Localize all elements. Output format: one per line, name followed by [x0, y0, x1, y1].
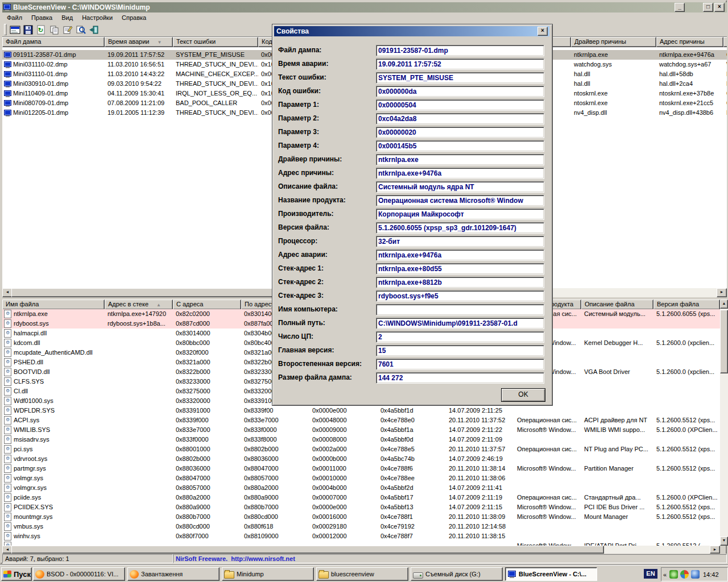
title-bar[interactable]: BlueScreenView - C:\WINDOWS\Minidump _ □…	[2, 2, 727, 13]
properties-icon[interactable]	[61, 23, 74, 36]
field-value-box[interactable]: Корпорация Майкрософт	[376, 209, 544, 220]
messenger-icon[interactable]	[691, 570, 700, 579]
scroll-up-icon[interactable]: ▲	[720, 300, 728, 309]
field-value-box[interactable]: 7601	[376, 359, 544, 370]
dialog-close-icon[interactable]: ×	[537, 27, 548, 36]
driver-row[interactable]: ⚙Microsoft® Window...IDE/ATAPI Port Dri.…	[2, 541, 720, 546]
driver-row[interactable]: ⚙volmgr.sys0x880470000x880570000x0001000…	[2, 473, 720, 483]
field-value-box[interactable]: C:\WINDOWS\Minidump\091911-23587-01.d	[376, 318, 544, 329]
driver-row[interactable]: ⚙pci.sys0x880010000x8802b0000x0002a0000x…	[2, 444, 720, 454]
driver-cell-version	[653, 406, 720, 415]
driver-row[interactable]: ⚙ACPI.sys0x8339f0000x833e70000x000480000…	[2, 415, 720, 425]
field-value-box[interactable]: 144 272	[376, 372, 544, 384]
field-value-box[interactable]: 0x00000020	[376, 127, 544, 138]
driver-cell-stack	[105, 512, 173, 522]
driver-col-header-version[interactable]: Версия файла	[653, 300, 720, 310]
field-value-box[interactable]: 2	[376, 331, 544, 343]
driver-cell-stack	[105, 386, 173, 396]
field-value-box[interactable]: 32-бит	[376, 236, 544, 247]
taskbar-task-2[interactable]: Minidump	[222, 567, 314, 581]
crash-cell-time: 07.08.2009 11:21:09	[105, 98, 173, 108]
language-indicator[interactable]: EN	[644, 569, 657, 579]
crash-col-header-error[interactable]: Текст ошибки	[173, 37, 258, 47]
menu-item-3[interactable]: Настройки	[77, 13, 117, 22]
crash-col-header-file[interactable]: Файл дампа	[2, 37, 105, 47]
field-value-box[interactable]: ntkrnlpa.exe+8812b	[376, 277, 544, 288]
save-icon[interactable]	[22, 23, 35, 36]
driver-vscrollbar[interactable]: ▲ ▼	[720, 300, 728, 546]
clover-icon[interactable]	[669, 570, 678, 579]
field-value-box[interactable]: Операционная система Microsoft® Window	[376, 195, 544, 206]
driver-row[interactable]: ⚙vmbus.sys0x880cd0000x880f6180x000291800…	[2, 522, 720, 531]
field-value-box[interactable]: 19.09.2011 17:57:52	[376, 59, 544, 70]
chevron-left-icon[interactable]: «	[661, 571, 668, 578]
driver-row[interactable]: ⚙WDFLDR.SYS0x833910000x8339f000x0000e000…	[2, 406, 720, 415]
field-value-box[interactable]: 0xc04a2da8	[376, 113, 544, 124]
field-value-box[interactable]: ntkrnlpa.exe+80d55	[376, 263, 544, 275]
scroll-right-icon[interactable]: ►	[717, 288, 727, 297]
driver-vscroll-thumb[interactable]	[720, 310, 728, 373]
driver-col-header-stack[interactable]: Адрес в стеке▲	[105, 300, 173, 310]
exit-icon[interactable]	[87, 23, 100, 36]
scroll-down-icon[interactable]: ▼	[720, 537, 728, 546]
start-button[interactable]: Пуск	[1, 567, 32, 581]
field-value-box[interactable]: rdyboost.sys+f9e5	[376, 290, 544, 302]
find-icon[interactable]	[74, 23, 87, 36]
refresh-icon[interactable]: ↻	[35, 23, 48, 36]
driver-file-icon: ⚙	[4, 474, 11, 483]
minimize-button[interactable]: _	[675, 3, 685, 12]
field-value-box[interactable]: ntkrnlpa.exe+9476a	[376, 250, 544, 261]
field-value-box[interactable]: 15	[376, 345, 544, 356]
copy-icon[interactable]	[48, 23, 61, 36]
field-value-box[interactable]: Системный модуль ядра NT	[376, 181, 544, 193]
driver-cell-from: 0x833f0000	[173, 435, 241, 444]
driver-row[interactable]: ⚙mountmgr.sys0x880b70000x880cd0000x00016…	[2, 512, 720, 522]
field-value-box[interactable]: 091911-23587-01.dmp	[376, 45, 544, 56]
driver-col-header-from[interactable]: С адреса	[173, 300, 241, 310]
taskbar-task-5[interactable]: BlueScreenView - C:\...	[505, 567, 597, 581]
nirsoft-link[interactable]: NirSoft Freeware. http://www.nirsoft.net	[173, 554, 727, 563]
pinwheel-icon[interactable]	[680, 570, 689, 579]
menu-item-4[interactable]: Справка	[117, 13, 151, 22]
crash-col-header-time[interactable]: Время аварии▼	[105, 37, 173, 47]
driver-row[interactable]: ⚙partmgr.sys0x880360000x880470000x000110…	[2, 464, 720, 473]
driver-cell-to	[241, 541, 309, 546]
driver-row[interactable]: ⚙vdrvroot.sys0x8802b0000x880360000x0000b…	[2, 454, 720, 464]
driver-row[interactable]: ⚙PCIIDEX.SYS0x880a90000x880b70000x0000e0…	[2, 502, 720, 512]
field-value-box[interactable]: ntkrnlpa.exe+9476a	[376, 168, 544, 179]
driver-hscroll-thumb[interactable]	[11, 546, 604, 554]
ok-button[interactable]: OK	[501, 388, 545, 402]
driver-col-header-desc[interactable]: Описание файла	[581, 300, 653, 310]
driver-row[interactable]: ⚙pciide.sys0x880a20000x880a90000x0000700…	[2, 493, 720, 502]
crash-col-header-desc[interactable]	[723, 37, 727, 47]
driver-cell-size: 0x00029180	[309, 522, 378, 531]
taskbar-task-1[interactable]: Завантаження	[127, 567, 220, 581]
restore-button[interactable]: □	[703, 3, 713, 12]
field-value-box[interactable]: SYSTEM_PTE_MISUSE	[376, 72, 544, 84]
driver-row[interactable]: ⚙msisadrv.sys0x833f00000x833f80000x00008…	[2, 435, 720, 444]
driver-row[interactable]: ⚙winhv.sys0x880f70000x881090000x00012000…	[2, 531, 720, 541]
driver-file-icon: ⚙	[4, 484, 11, 492]
menu-item-2[interactable]: Вид	[57, 13, 77, 22]
taskbar-task-0[interactable]: BSOD - 0x00000116: VI...	[33, 567, 125, 581]
field-value-box[interactable]: 0x000145b5	[376, 140, 544, 152]
driver-hscrollbar[interactable]: ◄ ►	[2, 546, 720, 554]
crash-col-header-address[interactable]: Адрес причины	[656, 37, 723, 47]
taskbar-task-4[interactable]: Съемный диск (G:)	[411, 567, 503, 581]
crash-col-header-driver[interactable]: Драйвер причины	[571, 37, 656, 47]
menu-item-0[interactable]: Файл	[2, 13, 27, 22]
field-value-box[interactable]: ntkrnlpa.exe	[376, 154, 544, 165]
dialog-title-bar[interactable]: Свойства ×	[274, 26, 549, 36]
driver-row[interactable]: ⚙WMILIB.SYS0x833e70000x833f00000x0000900…	[2, 425, 720, 435]
field-value-box[interactable]: 0x000000da	[376, 86, 544, 97]
taskbar-task-3[interactable]: bluescreenview	[316, 567, 408, 581]
driver-row[interactable]: ⚙volmgrx.sys0x880570000x880a20000x0004b0…	[2, 483, 720, 493]
field-value-box[interactable]: 5.1.2600.6055 (xpsp_sp3_gdr.101209-1647)	[376, 222, 544, 234]
driver-col-header-name[interactable]: Имя файла	[2, 300, 105, 310]
menu-item-1[interactable]: Правка	[27, 13, 57, 22]
window-icon[interactable]	[9, 23, 22, 36]
close-button[interactable]: ×	[714, 3, 725, 12]
field-value-box[interactable]: 0x00000504	[376, 99, 544, 111]
scroll-right-icon[interactable]: ►	[710, 546, 720, 554]
field-value-box[interactable]	[376, 304, 544, 315]
